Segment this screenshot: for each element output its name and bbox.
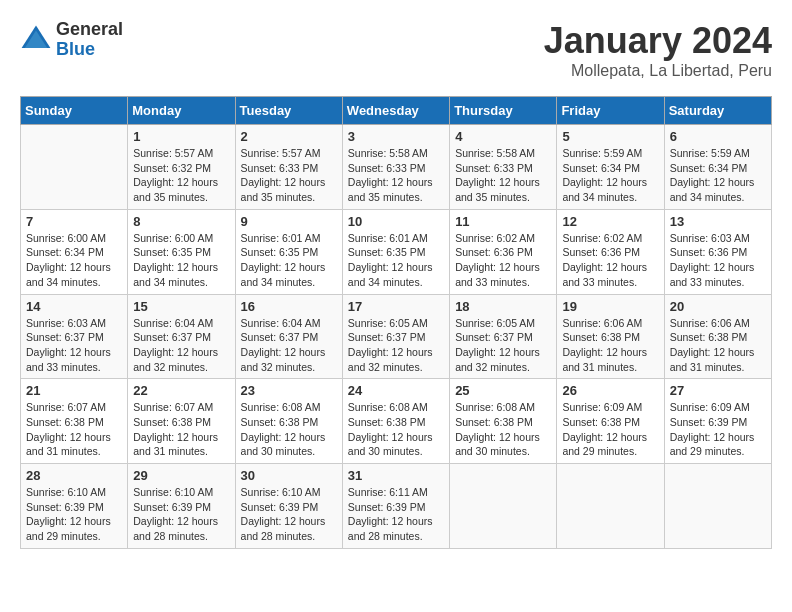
calendar-week-row: 28Sunrise: 6:10 AM Sunset: 6:39 PM Dayli… xyxy=(21,464,772,549)
calendar-cell: 15Sunrise: 6:04 AM Sunset: 6:37 PM Dayli… xyxy=(128,294,235,379)
calendar-cell xyxy=(450,464,557,549)
day-number: 2 xyxy=(241,129,337,144)
day-detail: Sunrise: 5:59 AM Sunset: 6:34 PM Dayligh… xyxy=(562,146,658,205)
day-number: 9 xyxy=(241,214,337,229)
calendar-cell: 14Sunrise: 6:03 AM Sunset: 6:37 PM Dayli… xyxy=(21,294,128,379)
calendar-week-row: 14Sunrise: 6:03 AM Sunset: 6:37 PM Dayli… xyxy=(21,294,772,379)
day-detail: Sunrise: 6:08 AM Sunset: 6:38 PM Dayligh… xyxy=(455,400,551,459)
calendar-cell: 26Sunrise: 6:09 AM Sunset: 6:38 PM Dayli… xyxy=(557,379,664,464)
day-number: 25 xyxy=(455,383,551,398)
day-detail: Sunrise: 6:08 AM Sunset: 6:38 PM Dayligh… xyxy=(241,400,337,459)
day-number: 8 xyxy=(133,214,229,229)
day-number: 4 xyxy=(455,129,551,144)
calendar-cell xyxy=(21,125,128,210)
day-detail: Sunrise: 6:02 AM Sunset: 6:36 PM Dayligh… xyxy=(562,231,658,290)
day-detail: Sunrise: 6:10 AM Sunset: 6:39 PM Dayligh… xyxy=(26,485,122,544)
header-wednesday: Wednesday xyxy=(342,97,449,125)
calendar-cell: 12Sunrise: 6:02 AM Sunset: 6:36 PM Dayli… xyxy=(557,209,664,294)
calendar-cell: 30Sunrise: 6:10 AM Sunset: 6:39 PM Dayli… xyxy=(235,464,342,549)
day-detail: Sunrise: 6:08 AM Sunset: 6:38 PM Dayligh… xyxy=(348,400,444,459)
calendar-cell: 23Sunrise: 6:08 AM Sunset: 6:38 PM Dayli… xyxy=(235,379,342,464)
day-number: 15 xyxy=(133,299,229,314)
calendar-cell: 10Sunrise: 6:01 AM Sunset: 6:35 PM Dayli… xyxy=(342,209,449,294)
day-number: 31 xyxy=(348,468,444,483)
header-friday: Friday xyxy=(557,97,664,125)
calendar-cell: 24Sunrise: 6:08 AM Sunset: 6:38 PM Dayli… xyxy=(342,379,449,464)
calendar-cell: 3Sunrise: 5:58 AM Sunset: 6:33 PM Daylig… xyxy=(342,125,449,210)
calendar-cell: 17Sunrise: 6:05 AM Sunset: 6:37 PM Dayli… xyxy=(342,294,449,379)
day-number: 20 xyxy=(670,299,766,314)
day-detail: Sunrise: 5:57 AM Sunset: 6:32 PM Dayligh… xyxy=(133,146,229,205)
calendar-cell: 16Sunrise: 6:04 AM Sunset: 6:37 PM Dayli… xyxy=(235,294,342,379)
calendar-week-row: 21Sunrise: 6:07 AM Sunset: 6:38 PM Dayli… xyxy=(21,379,772,464)
day-detail: Sunrise: 6:03 AM Sunset: 6:37 PM Dayligh… xyxy=(26,316,122,375)
title-block: January 2024 Mollepata, La Libertad, Per… xyxy=(544,20,772,80)
day-number: 17 xyxy=(348,299,444,314)
day-detail: Sunrise: 6:03 AM Sunset: 6:36 PM Dayligh… xyxy=(670,231,766,290)
day-number: 28 xyxy=(26,468,122,483)
day-number: 30 xyxy=(241,468,337,483)
day-number: 27 xyxy=(670,383,766,398)
calendar-cell: 8Sunrise: 6:00 AM Sunset: 6:35 PM Daylig… xyxy=(128,209,235,294)
location-text: Mollepata, La Libertad, Peru xyxy=(544,62,772,80)
day-detail: Sunrise: 6:04 AM Sunset: 6:37 PM Dayligh… xyxy=(133,316,229,375)
header-monday: Monday xyxy=(128,97,235,125)
calendar-table: SundayMondayTuesdayWednesdayThursdayFrid… xyxy=(20,96,772,549)
day-detail: Sunrise: 5:58 AM Sunset: 6:33 PM Dayligh… xyxy=(348,146,444,205)
day-detail: Sunrise: 6:04 AM Sunset: 6:37 PM Dayligh… xyxy=(241,316,337,375)
header-thursday: Thursday xyxy=(450,97,557,125)
calendar-cell: 25Sunrise: 6:08 AM Sunset: 6:38 PM Dayli… xyxy=(450,379,557,464)
day-detail: Sunrise: 6:10 AM Sunset: 6:39 PM Dayligh… xyxy=(133,485,229,544)
day-detail: Sunrise: 6:05 AM Sunset: 6:37 PM Dayligh… xyxy=(455,316,551,375)
day-number: 23 xyxy=(241,383,337,398)
calendar-cell: 27Sunrise: 6:09 AM Sunset: 6:39 PM Dayli… xyxy=(664,379,771,464)
calendar-cell: 19Sunrise: 6:06 AM Sunset: 6:38 PM Dayli… xyxy=(557,294,664,379)
day-detail: Sunrise: 6:06 AM Sunset: 6:38 PM Dayligh… xyxy=(562,316,658,375)
day-number: 13 xyxy=(670,214,766,229)
day-number: 26 xyxy=(562,383,658,398)
calendar-cell xyxy=(664,464,771,549)
page-header: General Blue January 2024 Mollepata, La … xyxy=(20,20,772,80)
logo: General Blue xyxy=(20,20,123,60)
day-number: 5 xyxy=(562,129,658,144)
day-number: 21 xyxy=(26,383,122,398)
header-tuesday: Tuesday xyxy=(235,97,342,125)
calendar-cell: 28Sunrise: 6:10 AM Sunset: 6:39 PM Dayli… xyxy=(21,464,128,549)
day-number: 24 xyxy=(348,383,444,398)
day-number: 11 xyxy=(455,214,551,229)
calendar-cell: 6Sunrise: 5:59 AM Sunset: 6:34 PM Daylig… xyxy=(664,125,771,210)
calendar-cell: 29Sunrise: 6:10 AM Sunset: 6:39 PM Dayli… xyxy=(128,464,235,549)
day-detail: Sunrise: 5:59 AM Sunset: 6:34 PM Dayligh… xyxy=(670,146,766,205)
day-detail: Sunrise: 5:58 AM Sunset: 6:33 PM Dayligh… xyxy=(455,146,551,205)
calendar-cell: 7Sunrise: 6:00 AM Sunset: 6:34 PM Daylig… xyxy=(21,209,128,294)
day-detail: Sunrise: 6:09 AM Sunset: 6:39 PM Dayligh… xyxy=(670,400,766,459)
day-number: 22 xyxy=(133,383,229,398)
day-detail: Sunrise: 6:02 AM Sunset: 6:36 PM Dayligh… xyxy=(455,231,551,290)
calendar-cell: 22Sunrise: 6:07 AM Sunset: 6:38 PM Dayli… xyxy=(128,379,235,464)
header-sunday: Sunday xyxy=(21,97,128,125)
day-number: 18 xyxy=(455,299,551,314)
calendar-cell: 11Sunrise: 6:02 AM Sunset: 6:36 PM Dayli… xyxy=(450,209,557,294)
calendar-cell: 2Sunrise: 5:57 AM Sunset: 6:33 PM Daylig… xyxy=(235,125,342,210)
day-detail: Sunrise: 6:10 AM Sunset: 6:39 PM Dayligh… xyxy=(241,485,337,544)
month-title: January 2024 xyxy=(544,20,772,62)
logo-blue-text: Blue xyxy=(56,40,123,60)
day-detail: Sunrise: 6:01 AM Sunset: 6:35 PM Dayligh… xyxy=(348,231,444,290)
calendar-cell: 9Sunrise: 6:01 AM Sunset: 6:35 PM Daylig… xyxy=(235,209,342,294)
day-detail: Sunrise: 5:57 AM Sunset: 6:33 PM Dayligh… xyxy=(241,146,337,205)
day-detail: Sunrise: 6:07 AM Sunset: 6:38 PM Dayligh… xyxy=(26,400,122,459)
day-number: 19 xyxy=(562,299,658,314)
day-detail: Sunrise: 6:05 AM Sunset: 6:37 PM Dayligh… xyxy=(348,316,444,375)
day-number: 1 xyxy=(133,129,229,144)
header-saturday: Saturday xyxy=(664,97,771,125)
day-detail: Sunrise: 6:06 AM Sunset: 6:38 PM Dayligh… xyxy=(670,316,766,375)
calendar-cell: 21Sunrise: 6:07 AM Sunset: 6:38 PM Dayli… xyxy=(21,379,128,464)
day-number: 7 xyxy=(26,214,122,229)
day-number: 6 xyxy=(670,129,766,144)
day-number: 16 xyxy=(241,299,337,314)
day-number: 29 xyxy=(133,468,229,483)
calendar-week-row: 7Sunrise: 6:00 AM Sunset: 6:34 PM Daylig… xyxy=(21,209,772,294)
day-number: 12 xyxy=(562,214,658,229)
calendar-cell: 4Sunrise: 5:58 AM Sunset: 6:33 PM Daylig… xyxy=(450,125,557,210)
day-detail: Sunrise: 6:01 AM Sunset: 6:35 PM Dayligh… xyxy=(241,231,337,290)
